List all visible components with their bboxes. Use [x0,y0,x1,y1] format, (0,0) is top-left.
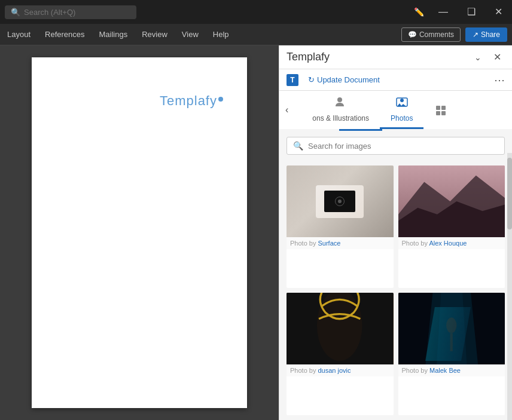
minimize-button[interactable]: — [434,5,453,19]
menu-items: Layout References Mailings Review View H… [0,24,236,45]
tab-photos[interactable]: Photos [380,91,423,129]
photo-caption-surface: Photo by Surface [287,237,394,249]
panel-header-right: ⌄ ✕ [471,50,505,64]
photo-card-alex[interactable]: Photo by Alex Houque [398,165,505,288]
search-images-input[interactable] [308,142,498,151]
tab-templates[interactable] [423,99,458,129]
comments-button[interactable]: 💬 Comments [401,27,461,42]
photos-icon [395,96,409,112]
title-search-input[interactable] [24,8,120,17]
search-input-box[interactable]: 🔍 [287,137,505,155]
search-icon: 🔍 [293,141,303,151]
menu-item-mailings[interactable]: Mailings [92,24,135,45]
svg-point-1 [400,99,404,102]
menu-right: 💬 Comments ↗ Share [401,27,512,42]
photo-caption-alex: Photo by Alex Houque [398,237,505,249]
title-search-box[interactable]: 🔍 [5,5,136,19]
photo-card-malek[interactable]: Photo by Malek Bee [398,293,505,415]
panel-scroll-area: Photo by Surface [279,161,512,420]
panel-chevron-button[interactable]: ⌄ [471,51,485,63]
panel-nav: ‹ ons & Illustrations [279,91,512,129]
search-icon: 🔍 [11,8,20,17]
maximize-button[interactable]: ❑ [462,5,480,19]
close-button[interactable]: ✕ [490,5,507,19]
panel-search-area: 🔍 [279,131,512,161]
main-content: Templafy Templafy ⌄ ✕ T ↻ Update Documen… [0,45,512,420]
panel-toolbar: T ↻ Update Document ⋯ [279,69,512,91]
menu-item-view[interactable]: View [175,24,206,45]
doc-logo: Templafy [160,93,223,109]
svg-rect-5 [436,111,440,115]
photo-caption-dusan: Photo by dusan jovic [287,364,394,376]
photo-thumb-surface [287,165,394,237]
photos-tab-label: Photos [391,114,413,122]
svg-rect-3 [436,106,440,110]
refresh-icon: ↻ [308,75,315,84]
svg-point-0 [337,97,342,102]
photo-caption-malek: Photo by Malek Bee [398,364,505,376]
panel-header: Templafy ⌄ ✕ [279,45,512,69]
title-bar: 🔍 ✏️ — ❑ ✕ [0,0,512,24]
photo-grid: Photo by Surface [279,161,512,420]
back-button[interactable]: ‹ [279,100,294,120]
pen-icon: ✏️ [414,7,424,17]
scrollbar-thumb[interactable] [507,158,512,229]
logo-dot [218,97,223,102]
panel-title: Templafy [287,51,330,63]
tab-illustrations[interactable]: ons & Illustrations [301,91,380,129]
menu-item-help[interactable]: Help [206,24,236,45]
svg-rect-6 [441,111,446,115]
scrollbar-track [507,153,512,420]
photo-card-dusan[interactable]: Photo by dusan jovic [287,293,394,415]
photo-card-surface[interactable]: Photo by Surface [287,165,394,288]
share-button[interactable]: ↗ Share [465,27,507,42]
update-document-button[interactable]: ↻ Update Document [303,73,385,87]
panel-tabs: ons & Illustrations Photos [294,91,512,129]
doc-area: Templafy [0,45,279,420]
panel-close-button[interactable]: ✕ [490,50,505,64]
menu-item-layout[interactable]: Layout [0,24,38,45]
menu-item-review[interactable]: Review [135,24,175,45]
comment-icon: 💬 [408,30,417,39]
templafy-panel: Templafy ⌄ ✕ T ↻ Update Document ⋯ ‹ [279,45,512,420]
illustrations-icon [334,96,348,112]
svg-point-15 [446,318,456,333]
title-bar-controls: ✏️ — ❑ ✕ [414,5,507,19]
menu-item-references[interactable]: References [38,24,92,45]
illustrations-tab-label: ons & Illustrations [312,114,369,122]
share-icon: ↗ [473,30,479,39]
photo-thumb-alex [398,165,505,237]
templafy-icon: T [287,74,298,86]
svg-rect-4 [441,106,446,110]
svg-point-11 [317,293,362,361]
panel-more-button[interactable]: ⋯ [494,73,505,87]
photo-thumb-dusan [287,293,394,364]
menu-bar: Layout References Mailings Review View H… [0,24,512,45]
doc-page: Templafy [32,57,247,408]
templates-icon [434,104,447,120]
photo-thumb-malek [398,293,505,364]
